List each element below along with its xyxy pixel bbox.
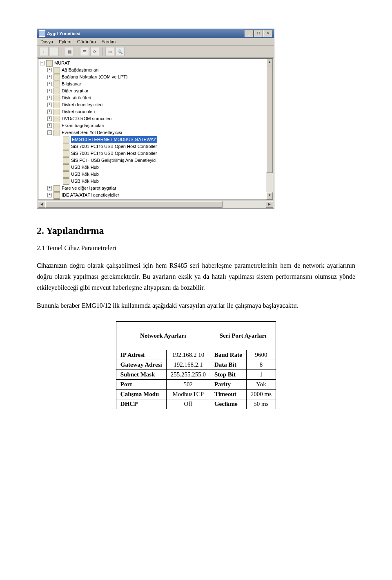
minimize-button[interactable]: _ bbox=[245, 30, 254, 37]
tree-node[interactable]: +Bağlantı Noktaları (COM ve LPT) bbox=[40, 74, 273, 81]
scroll-left-button[interactable]: ◀ bbox=[38, 201, 45, 208]
collapse-icon[interactable]: − bbox=[47, 130, 52, 135]
table-header-network: Network Ayarları bbox=[116, 321, 210, 350]
menu-view[interactable]: Görünüm bbox=[77, 39, 96, 44]
expand-icon[interactable]: + bbox=[47, 193, 52, 197]
device-icon bbox=[53, 192, 60, 199]
hscroll-track bbox=[45, 201, 266, 208]
properties-button[interactable]: ☰ bbox=[80, 47, 89, 56]
tree-subnode[interactable]: EMG10 ETEHRNET MODBUS GATEWAY bbox=[40, 136, 273, 143]
device-icon bbox=[63, 150, 69, 157]
back-button[interactable]: ← bbox=[40, 47, 49, 56]
scan-button[interactable]: 🔍 bbox=[116, 47, 125, 56]
tree-subnode[interactable]: USB Kök Hub bbox=[40, 171, 273, 178]
device-icon bbox=[53, 116, 60, 122]
device-icon bbox=[63, 143, 69, 150]
tree-node-label: Disket sürücüleri bbox=[62, 108, 95, 115]
maximize-button[interactable]: □ bbox=[254, 30, 263, 37]
tree-node[interactable]: +Disk sürücüleri bbox=[40, 94, 273, 101]
device-icon bbox=[53, 102, 60, 108]
cell-network-label: Çalışma Modu bbox=[116, 389, 166, 399]
forward-button[interactable]: → bbox=[50, 47, 59, 56]
menu-action[interactable]: Eylem bbox=[59, 39, 71, 44]
tree-root-label: MURAT bbox=[54, 60, 70, 67]
tree-node[interactable]: +İşlemciler bbox=[40, 199, 273, 200]
tree-node[interactable]: +Diğer aygıtlar bbox=[40, 87, 273, 94]
menu-help[interactable]: Yardım bbox=[102, 39, 116, 44]
expand-icon[interactable]: + bbox=[47, 75, 52, 79]
tree-node-label: IDE ATA/ATAPI denetleyiciler bbox=[62, 192, 119, 199]
cell-network-value: 192.168.2 10 bbox=[166, 350, 210, 360]
table-row: Port502ParityYok bbox=[116, 379, 276, 389]
tree-node[interactable]: +Disket denetleyicileri bbox=[40, 101, 273, 108]
tree-node[interactable]: +Ekran bağdaştırıcıları bbox=[40, 122, 273, 129]
tree-subnode[interactable]: SiS 7001 PCI to USB Open Host Controller bbox=[40, 143, 273, 150]
tree-node[interactable]: +Disket sürücüleri bbox=[40, 108, 273, 115]
cell-serial-value: 8 bbox=[246, 360, 276, 369]
app-icon bbox=[39, 30, 45, 37]
table-row: Subnet Mask255.255.255.0Stop Bit1 bbox=[116, 369, 276, 379]
tree-node[interactable]: +Fare ve diğer işaret aygıtları bbox=[40, 185, 273, 192]
expand-icon[interactable]: + bbox=[47, 82, 52, 86]
toolbar: ← → ▦ ☰ ⟳ ▭ 🔍 bbox=[37, 46, 274, 58]
cell-network-value: ModbusTCP bbox=[166, 389, 210, 399]
separator-icon bbox=[102, 47, 102, 56]
expand-icon[interactable]: + bbox=[47, 96, 52, 100]
scroll-down-button[interactable]: ▼ bbox=[266, 192, 273, 199]
tree-subnode-label: USB Kök Hub bbox=[71, 171, 99, 178]
close-button[interactable]: × bbox=[263, 30, 272, 37]
cell-serial-value: 9600 bbox=[246, 350, 276, 360]
scroll-thumb[interactable] bbox=[266, 66, 273, 173]
section-heading: 2. Yapılandırma bbox=[37, 225, 355, 236]
window-buttons: _ □ × bbox=[245, 30, 272, 37]
horizontal-scrollbar[interactable]: ◀ ▶ bbox=[38, 201, 273, 208]
tree-subnode[interactable]: SiS 7001 PCI to USB Open Host Controller bbox=[40, 150, 273, 157]
menu-file[interactable]: Dosya bbox=[40, 39, 53, 44]
tree-node-label: Fare ve diğer işaret aygıtları bbox=[62, 185, 118, 192]
collapse-icon[interactable]: − bbox=[40, 61, 45, 65]
expand-icon[interactable]: + bbox=[47, 186, 52, 190]
tree-node[interactable]: +Bilgisayar bbox=[40, 81, 273, 87]
table-row: Gateway Adresi192.168.2.1Data Bit8 bbox=[116, 360, 276, 369]
tree-node-label: Evrensel Seri Yol Denetleyicisi bbox=[62, 129, 122, 136]
tree-subnode-label: USB Kök Hub bbox=[71, 178, 99, 185]
table-row: IP Adresi192.168.2 10Baud Rate9600 bbox=[116, 350, 276, 360]
expand-icon[interactable]: + bbox=[47, 68, 52, 72]
cell-serial-label: Timeout bbox=[210, 389, 246, 399]
expand-icon[interactable]: + bbox=[47, 110, 52, 114]
device-icon bbox=[53, 67, 60, 74]
tree-subnode-label: SiS 7001 PCI to USB Open Host Controller bbox=[71, 143, 157, 150]
hscroll-thumb[interactable] bbox=[45, 201, 223, 208]
expand-icon[interactable]: + bbox=[47, 116, 52, 121]
menubar: Dosya Eylem Görünüm Yardım bbox=[37, 38, 274, 46]
tree-subnode[interactable]: SiS PCI - USB Geliştirilmiş Ana Denetley… bbox=[40, 157, 273, 164]
expand-icon[interactable]: + bbox=[47, 89, 52, 93]
window-title: Aygıt Yöneticisi bbox=[47, 31, 245, 36]
cell-network-value: Off bbox=[166, 399, 210, 409]
device-icon bbox=[63, 164, 69, 171]
device-icon bbox=[63, 157, 69, 164]
expand-icon[interactable]: + bbox=[47, 123, 52, 128]
cell-network-label: IP Adresi bbox=[116, 350, 166, 360]
tree-node[interactable]: +Ağ Bağdaştırıcıları bbox=[40, 67, 273, 74]
tree-node-usb[interactable]: − Evrensel Seri Yol Denetleyicisi bbox=[40, 129, 273, 136]
tree-subnode[interactable]: USB Kök Hub bbox=[40, 178, 273, 185]
cell-serial-value: 2000 ms bbox=[246, 389, 276, 399]
scroll-right-button[interactable]: ▶ bbox=[266, 201, 273, 208]
paragraph-1: Cihazınızın doğru olarak çalışabilmesi i… bbox=[37, 260, 355, 293]
expand-icon[interactable]: + bbox=[47, 103, 52, 107]
cell-network-label: Subnet Mask bbox=[116, 369, 166, 379]
table-row: Çalışma ModuModbusTCPTimeout2000 ms bbox=[116, 389, 276, 399]
device-icon bbox=[53, 185, 60, 192]
tree-subnode-label: SiS 7001 PCI to USB Open Host Controller bbox=[71, 150, 157, 157]
view-button[interactable]: ▦ bbox=[65, 47, 74, 56]
tree-node[interactable]: +IDE ATA/ATAPI denetleyiciler bbox=[40, 192, 273, 199]
tree-node[interactable]: +DVD/CD-ROM sürücüleri bbox=[40, 115, 273, 122]
refresh-button[interactable]: ⟳ bbox=[90, 47, 99, 56]
tree-subnode[interactable]: USB Kök Hub bbox=[40, 164, 273, 171]
device-manager-window: Aygıt Yöneticisi _ □ × Dosya Eylem Görün… bbox=[37, 29, 274, 209]
vertical-scrollbar[interactable]: ▲ ▼ bbox=[266, 59, 273, 199]
scroll-up-button[interactable]: ▲ bbox=[266, 59, 273, 66]
monitor-button[interactable]: ▭ bbox=[105, 47, 114, 56]
tree-root[interactable]: − MURAT bbox=[40, 60, 273, 67]
